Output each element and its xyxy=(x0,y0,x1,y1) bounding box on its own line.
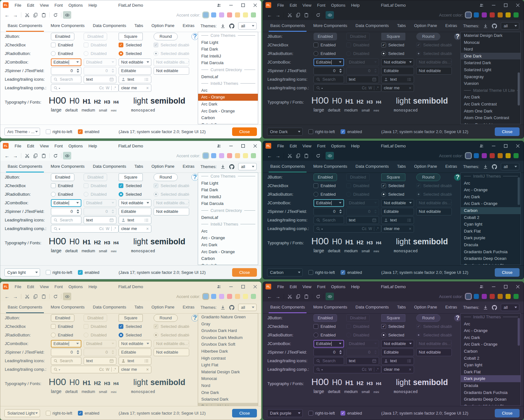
menu-font[interactable]: Font xyxy=(52,144,66,148)
users-icon[interactable] xyxy=(475,141,487,151)
tab-tabs[interactable]: Tabs xyxy=(394,161,409,173)
users-icon[interactable] xyxy=(213,0,225,10)
close-icon[interactable] xyxy=(249,0,261,10)
checkbox-selected[interactable]: ✓Selected xyxy=(119,43,151,47)
enabled-button[interactable]: Enabled xyxy=(51,33,74,40)
accent-swatch-4[interactable] xyxy=(490,294,495,299)
clearable-field[interactable]: clear me× xyxy=(381,84,414,92)
themes-list[interactable]: Material Design DarkMonocaiNordOne DarkS… xyxy=(460,32,521,124)
theme-selector-combo[interactable]: Cyan light xyxy=(4,268,40,276)
theme-item-dracula[interactable]: Dracula xyxy=(461,382,521,389)
theme-item-carbon[interactable]: Carbon xyxy=(461,207,521,214)
match-case-button[interactable]: Cc xyxy=(362,227,367,231)
theme-item-atom-one-dark-contrast[interactable]: Atom One Dark Contrast xyxy=(461,114,521,121)
paste-icon[interactable] xyxy=(39,11,48,19)
accent-swatch-5[interactable] xyxy=(498,12,503,17)
editable-combobox[interactable]: Editable xyxy=(51,58,81,66)
close-button[interactable]: Close xyxy=(495,409,520,417)
enabled-button[interactable]: Enabled xyxy=(314,173,337,181)
theme-item-flat-dark[interactable]: Flat Dark xyxy=(198,46,258,53)
show-hidden-eye-icon[interactable] xyxy=(63,293,71,300)
refresh-icon[interactable] xyxy=(51,11,59,19)
tab-tabs[interactable]: Tabs xyxy=(132,301,146,313)
theme-selector-combo[interactable]: Carbon xyxy=(267,268,303,276)
theme-item-atom-one-dark[interactable]: Atom One Dark xyxy=(461,108,521,115)
forward-button[interactable]: → xyxy=(274,293,282,300)
enabled-button[interactable]: Enabled xyxy=(51,173,74,181)
menu-options[interactable]: Options xyxy=(66,144,86,148)
list-icon[interactable] xyxy=(144,218,149,222)
checkbox-enabled[interactable]: Enabled xyxy=(314,43,344,47)
square-button[interactable]: Square xyxy=(119,173,143,181)
editable-combobox[interactable]: Editable xyxy=(51,199,81,207)
tab-basic-components[interactable]: Basic Components xyxy=(267,301,308,313)
copy-icon[interactable] xyxy=(294,152,302,159)
accent-swatch-7[interactable] xyxy=(514,12,519,17)
checkbox-disabled[interactable]: Disabled xyxy=(346,324,379,329)
theme-item-solarized-light[interactable]: Solarized Light xyxy=(198,403,258,406)
menu-view[interactable]: View xyxy=(37,3,52,8)
menu-options[interactable]: Options xyxy=(328,144,348,148)
tab-data-components[interactable]: Data Components xyxy=(90,161,129,173)
refresh-icon[interactable] xyxy=(51,293,59,300)
checkbox-enabled[interactable]: Enabled xyxy=(51,324,81,329)
search-field[interactable]: Search xyxy=(314,357,344,365)
theme-item-flat-intellij[interactable]: Flat IntelliJ xyxy=(198,53,258,60)
menu-view[interactable]: View xyxy=(300,144,314,148)
close-button[interactable]: Close xyxy=(232,127,257,136)
date-field[interactable]: text xyxy=(346,76,379,83)
clearable-field[interactable]: clear me× xyxy=(119,84,151,92)
round-button[interactable]: Round xyxy=(154,314,178,322)
theme-item-arc-dark[interactable]: Arc Dark xyxy=(461,94,521,101)
radio-selected-disabled[interactable]: Selected disabled xyxy=(416,51,452,56)
theme-filter-combo[interactable]: all xyxy=(501,304,519,311)
checkbox-enabled[interactable]: Enabled xyxy=(314,324,344,329)
radio-enabled[interactable]: Enabled xyxy=(51,333,81,337)
checkbox-disabled[interactable]: Disabled xyxy=(346,183,379,188)
theme-item-dark-flat[interactable]: Dark Flat xyxy=(461,228,521,235)
radio-selected[interactable]: Selected xyxy=(381,192,414,197)
enabled-checkbox[interactable]: ✓enabled xyxy=(341,270,362,275)
noneditable-combobox[interactable]: Not editable xyxy=(381,58,414,66)
menu-view[interactable]: View xyxy=(37,144,52,148)
whole-word-button[interactable]: W xyxy=(106,367,109,372)
minimize-icon[interactable] xyxy=(225,141,237,151)
tab-more-components[interactable]: More Components xyxy=(310,20,350,32)
theme-item-arc-dark[interactable]: Arc Dark xyxy=(198,101,258,108)
tab-option-pane[interactable]: Option Pane xyxy=(411,301,440,313)
close-button[interactable]: Close xyxy=(232,268,257,277)
editable-textfield[interactable]: Editable xyxy=(381,208,414,215)
theme-item-nord[interactable]: Nord xyxy=(461,46,521,53)
tab-data-components[interactable]: Data Components xyxy=(353,20,392,32)
close-icon[interactable] xyxy=(512,0,524,10)
copy-icon[interactable] xyxy=(31,11,39,19)
theme-item-arc-dark[interactable]: Arc Dark xyxy=(198,241,258,248)
theme-item-dracula[interactable]: Dracula xyxy=(461,241,521,248)
theme-item-solarized-dark[interactable]: Solarized Dark xyxy=(198,396,258,403)
paste-icon[interactable] xyxy=(39,152,48,159)
github-icon[interactable] xyxy=(492,24,497,29)
menu-font[interactable]: Font xyxy=(314,284,328,289)
right-to-left-checkbox[interactable]: right-to-left xyxy=(46,129,72,134)
theme-item-gray[interactable]: Gray xyxy=(198,321,258,328)
menu-file[interactable]: File xyxy=(274,284,287,289)
checkbox-disabled[interactable]: Disabled xyxy=(84,43,116,47)
right-to-left-checkbox[interactable]: right-to-left xyxy=(308,129,335,134)
theme-selector-combo[interactable]: One Dark xyxy=(267,128,303,136)
radio-enabled[interactable]: Enabled xyxy=(314,51,344,56)
editable-textfield[interactable]: Editable xyxy=(119,349,151,356)
accent-swatch-1[interactable] xyxy=(466,294,471,299)
tab-extras[interactable]: Extras xyxy=(180,20,197,32)
tab-option-pane[interactable]: Option Pane xyxy=(148,20,177,32)
help-button[interactable]: ? xyxy=(454,315,461,322)
list-icon[interactable] xyxy=(407,77,411,82)
radio-disabled[interactable]: Disabled xyxy=(346,192,379,197)
theme-filter-combo[interactable]: all xyxy=(501,163,519,170)
cut-icon[interactable] xyxy=(23,293,31,300)
date-field[interactable]: text xyxy=(84,216,116,224)
refresh-icon[interactable] xyxy=(51,152,59,159)
theme-item-gradianto-midnight-blue[interactable]: Gradianto Midnight Blue xyxy=(461,262,521,265)
accent-swatch-6[interactable] xyxy=(243,12,248,17)
clear-icon[interactable]: × xyxy=(146,226,149,231)
theme-item-cobalt-2[interactable]: Cobalt 2 xyxy=(198,262,258,265)
